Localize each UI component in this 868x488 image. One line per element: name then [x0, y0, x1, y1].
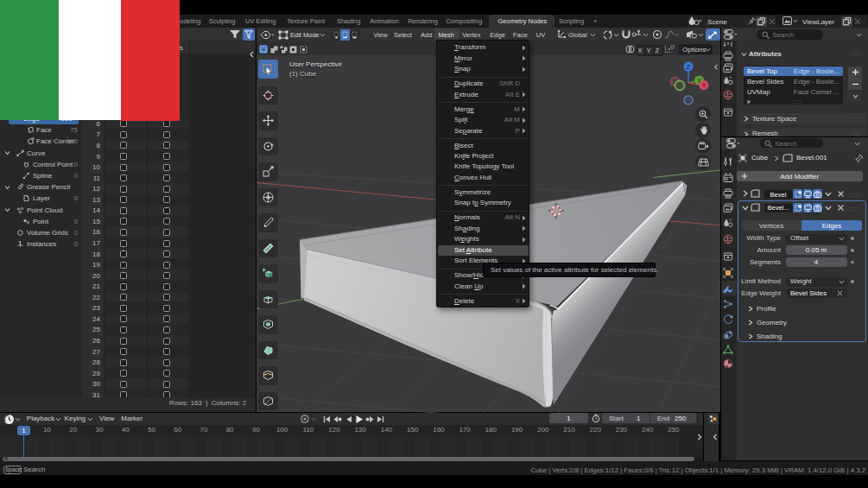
svg-text:X: X — [702, 82, 706, 88]
svg-text:Z: Z — [687, 64, 691, 70]
